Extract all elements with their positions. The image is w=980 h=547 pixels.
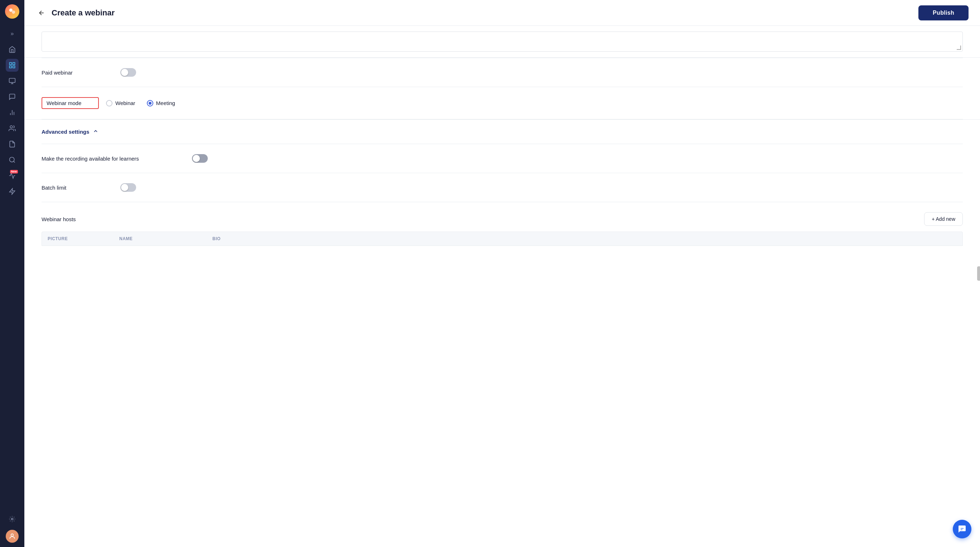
- main-area: Create a webinar Publish Paid webinar We…: [24, 0, 980, 547]
- sidebar-icon-courses[interactable]: [6, 75, 19, 88]
- webinar-mode-radio-group: Webinar Meeting: [106, 100, 175, 107]
- paid-webinar-toggle-knob: [121, 69, 128, 76]
- sidebar-icon-home[interactable]: [6, 43, 19, 56]
- svg-rect-6: [9, 78, 15, 83]
- sidebar-icon-documents[interactable]: [6, 138, 19, 151]
- radio-circle-webinar: [106, 100, 113, 107]
- back-button[interactable]: [36, 7, 47, 19]
- publish-button[interactable]: Publish: [918, 5, 969, 21]
- webinar-mode-label: Webinar mode: [41, 97, 99, 109]
- svg-point-17: [11, 534, 14, 536]
- sidebar-icon-chat[interactable]: [6, 90, 19, 103]
- svg-rect-3: [13, 63, 15, 65]
- add-new-button[interactable]: + Add new: [924, 212, 963, 226]
- sidebar-icon-collapse[interactable]: »: [6, 27, 19, 40]
- batch-limit-row: Batch limit: [24, 173, 980, 202]
- scroll-indicator: [977, 266, 980, 281]
- webinar-mode-row: Webinar mode Webinar Meeting: [24, 87, 980, 119]
- advanced-settings-toggle[interactable]: Advanced settings: [41, 128, 963, 135]
- recording-toggle[interactable]: [192, 154, 208, 163]
- app-logo[interactable]: [5, 4, 19, 19]
- page-title: Create a webinar: [52, 8, 918, 18]
- paid-webinar-toggle[interactable]: [120, 68, 136, 77]
- sidebar-icon-automation[interactable]: [6, 185, 19, 198]
- svg-point-1: [12, 10, 15, 14]
- svg-line-14: [14, 161, 15, 163]
- sidebar-icon-campaigns[interactable]: New: [6, 169, 19, 182]
- sidebar-icon-design[interactable]: [6, 153, 19, 166]
- svg-rect-4: [10, 66, 12, 68]
- advanced-settings-section: Advanced settings: [24, 120, 980, 144]
- chat-support-button[interactable]: [953, 520, 971, 538]
- batch-limit-toggle[interactable]: [120, 183, 136, 192]
- radio-circle-meeting: [147, 100, 153, 107]
- user-avatar[interactable]: [6, 530, 19, 543]
- paid-webinar-row: Paid webinar: [24, 58, 980, 87]
- advanced-settings-label: Advanced settings: [41, 129, 89, 135]
- webinar-hosts-label: Webinar hosts: [41, 216, 76, 222]
- sidebar-icon-advanced-settings[interactable]: [6, 513, 19, 525]
- recording-row: Make the recording available for learner…: [24, 144, 980, 173]
- page-header: Create a webinar Publish: [24, 0, 980, 26]
- radio-label-meeting: Meeting: [156, 100, 175, 106]
- sidebar: » New: [0, 0, 24, 547]
- svg-point-13: [10, 157, 14, 162]
- recording-toggle-knob: [193, 155, 200, 162]
- description-textarea[interactable]: [41, 32, 963, 52]
- table-col-picture: PICTURE: [48, 236, 119, 241]
- new-badge: New: [10, 170, 18, 174]
- description-textarea-container: [24, 26, 980, 58]
- webinar-hosts-section: Webinar hosts + Add new PICTURE NAME BIO: [24, 202, 980, 246]
- content-area: Paid webinar Webinar mode Webinar Meetin…: [24, 26, 980, 547]
- sidebar-icon-users[interactable]: [6, 122, 19, 135]
- sidebar-icon-dashboard[interactable]: [6, 59, 19, 72]
- radio-label-webinar: Webinar: [115, 100, 135, 106]
- radio-option-webinar[interactable]: Webinar: [106, 100, 135, 107]
- svg-rect-2: [10, 63, 12, 65]
- recording-label: Make the recording available for learner…: [41, 156, 192, 162]
- svg-point-0: [9, 9, 13, 12]
- table-col-name: NAME: [119, 236, 212, 241]
- svg-point-16: [11, 518, 13, 520]
- hosts-header: Webinar hosts + Add new: [41, 212, 963, 226]
- radio-option-meeting[interactable]: Meeting: [147, 100, 175, 107]
- svg-rect-5: [13, 66, 15, 68]
- chevron-up-icon: [93, 128, 99, 135]
- paid-webinar-label: Paid webinar: [41, 70, 120, 76]
- svg-marker-15: [10, 188, 15, 195]
- hosts-table-header: PICTURE NAME BIO: [41, 231, 963, 246]
- svg-point-12: [10, 126, 13, 128]
- batch-limit-label: Batch limit: [41, 185, 120, 191]
- table-col-bio: BIO: [212, 236, 221, 241]
- batch-limit-toggle-knob: [121, 184, 128, 191]
- sidebar-icon-analytics[interactable]: [6, 106, 19, 119]
